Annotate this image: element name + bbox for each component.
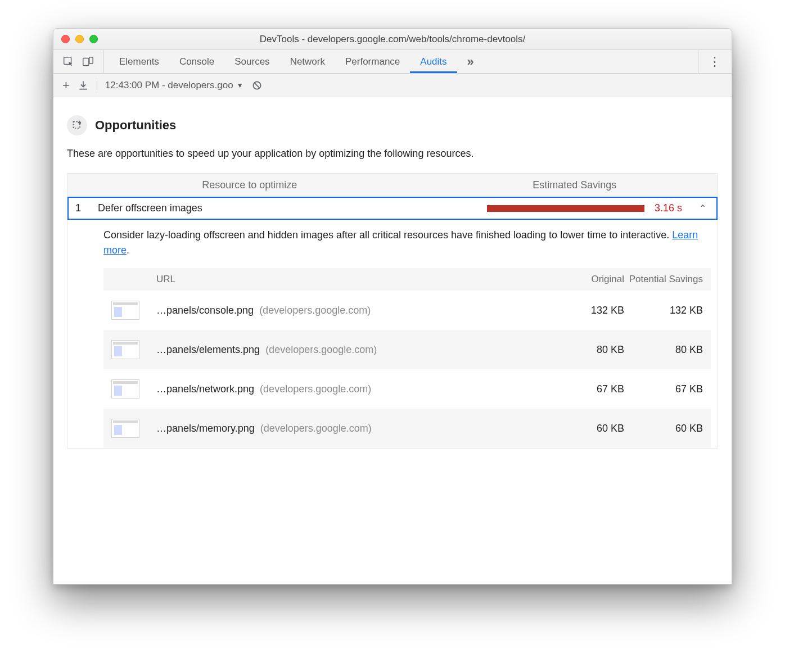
col-url: URL bbox=[156, 274, 545, 285]
minimize-window-button[interactable] bbox=[75, 35, 84, 43]
chevron-up-icon: ⌃ bbox=[692, 203, 710, 214]
clear-audit-button[interactable] bbox=[251, 80, 263, 91]
kebab-menu-icon: ⋮ bbox=[709, 55, 721, 69]
resource-path: …panels/elements.png bbox=[156, 344, 260, 356]
detail-text-pre: Consider lazy-loading offscreen and hidd… bbox=[103, 229, 672, 241]
titlebar: DevTools - developers.google.com/web/too… bbox=[53, 29, 732, 50]
tab-sources[interactable]: Sources bbox=[224, 50, 279, 73]
traffic-lights bbox=[53, 35, 98, 43]
resources-table: URL Original Potential Savings …panels/c… bbox=[103, 268, 711, 448]
devtools-tabs-bar: Elements Console Sources Network Perform… bbox=[53, 50, 732, 74]
tab-console[interactable]: Console bbox=[169, 50, 224, 73]
tab-elements[interactable]: Elements bbox=[109, 50, 169, 73]
resource-host: (developers.google.com) bbox=[265, 344, 377, 356]
opportunities-title: Opportunities bbox=[95, 118, 176, 133]
download-report-button[interactable] bbox=[78, 80, 89, 91]
opportunity-savings: 3.16 s ⌃ bbox=[431, 202, 710, 214]
opportunities-table: Resource to optimize Estimated Savings 1… bbox=[67, 173, 718, 449]
col-original: Original bbox=[545, 274, 624, 285]
opportunity-name: Defer offscreen images bbox=[98, 202, 431, 214]
savings-bar bbox=[487, 205, 644, 212]
close-window-button[interactable] bbox=[61, 35, 70, 43]
col-estimated-savings: Estimated Savings bbox=[431, 174, 718, 197]
resources-table-head: URL Original Potential Savings bbox=[103, 268, 711, 291]
savings-time: 3.16 s bbox=[655, 202, 682, 214]
resource-row[interactable]: …panels/memory.png (developers.google.co… bbox=[103, 409, 711, 448]
devtools-settings-menu[interactable]: ⋮ bbox=[698, 50, 732, 73]
window-title: DevTools - developers.google.com/web/too… bbox=[53, 34, 732, 45]
opportunity-detail-text: Consider lazy-loading offscreen and hidd… bbox=[103, 228, 711, 258]
devtools-tabs: Elements Console Sources Network Perform… bbox=[103, 50, 698, 73]
svg-rect-2 bbox=[89, 57, 93, 63]
tab-audits[interactable]: Audits bbox=[410, 50, 457, 73]
resource-row[interactable]: …panels/network.png (developers.google.c… bbox=[103, 369, 711, 409]
opportunity-row[interactable]: 1 Defer offscreen images 3.16 s ⌃ bbox=[67, 197, 718, 220]
resource-path: …panels/network.png bbox=[156, 383, 254, 395]
resource-row[interactable]: …panels/elements.png (developers.google.… bbox=[103, 330, 711, 369]
inspect-element-icon[interactable] bbox=[62, 56, 75, 68]
resource-thumbnail bbox=[111, 419, 139, 438]
resource-savings: 80 KB bbox=[624, 344, 703, 356]
audits-toolbar: + 12:43:00 PM - developers.goo ▼ bbox=[53, 74, 732, 97]
tab-performance[interactable]: Performance bbox=[335, 50, 410, 73]
resource-original: 132 KB bbox=[545, 305, 624, 316]
dropdown-caret-icon: ▼ bbox=[237, 82, 243, 89]
resource-original: 80 KB bbox=[545, 344, 624, 356]
resource-thumbnail bbox=[111, 379, 139, 399]
opportunity-index: 1 bbox=[75, 202, 98, 214]
opportunities-icon: + bbox=[67, 115, 87, 135]
opportunity-detail: Consider lazy-loading offscreen and hidd… bbox=[67, 220, 718, 448]
zoom-window-button[interactable] bbox=[89, 35, 98, 43]
tab-network[interactable]: Network bbox=[280, 50, 335, 73]
resource-savings: 132 KB bbox=[624, 305, 703, 316]
new-audit-button[interactable]: + bbox=[62, 78, 70, 93]
svg-rect-1 bbox=[83, 58, 89, 65]
opportunities-header: + Opportunities bbox=[67, 115, 718, 135]
svg-text:+: + bbox=[78, 120, 82, 125]
resource-host: (developers.google.com) bbox=[260, 383, 371, 395]
opportunities-description: These are opportunities to speed up your… bbox=[67, 148, 718, 160]
audits-content: + Opportunities These are opportunities … bbox=[53, 97, 732, 584]
col-potential-savings: Potential Savings bbox=[624, 274, 703, 285]
audit-run-label: 12:43:00 PM - developers.goo bbox=[105, 80, 233, 91]
resource-path: …panels/memory.png bbox=[156, 423, 255, 434]
resource-row[interactable]: …panels/console.png (developers.google.c… bbox=[103, 291, 711, 330]
resource-original: 67 KB bbox=[545, 383, 624, 395]
resource-original: 60 KB bbox=[545, 423, 624, 434]
detail-text-post: . bbox=[127, 245, 129, 256]
toolbar-separator bbox=[97, 78, 97, 93]
resource-host: (developers.google.com) bbox=[260, 423, 372, 434]
toggle-device-toolbar-icon[interactable] bbox=[82, 56, 94, 68]
resource-thumbnail bbox=[111, 340, 139, 359]
resource-host: (developers.google.com) bbox=[259, 305, 371, 316]
tabs-overflow-icon[interactable]: » bbox=[457, 55, 484, 69]
audit-run-selector[interactable]: 12:43:00 PM - developers.goo ▼ bbox=[105, 80, 243, 91]
resource-thumbnail bbox=[111, 301, 139, 320]
resource-savings: 60 KB bbox=[624, 423, 703, 434]
resource-path: …panels/console.png bbox=[156, 305, 254, 316]
col-resource-to-optimize: Resource to optimize bbox=[67, 174, 431, 197]
opportunities-table-head: Resource to optimize Estimated Savings bbox=[67, 174, 718, 197]
resource-savings: 67 KB bbox=[624, 383, 703, 395]
devtools-window: DevTools - developers.google.com/web/too… bbox=[53, 28, 732, 585]
